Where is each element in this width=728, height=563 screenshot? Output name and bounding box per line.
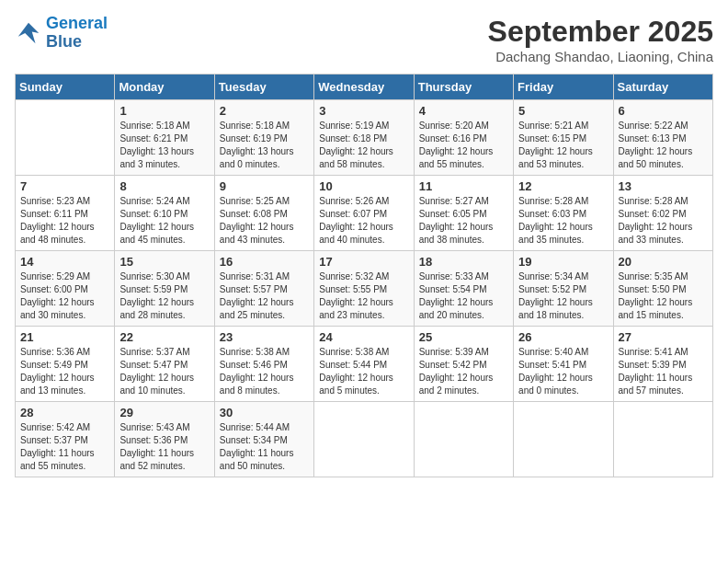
day-info: Sunrise: 5:22 AM Sunset: 6:13 PM Dayligh… (619, 120, 708, 171)
day-info: Sunrise: 5:20 AM Sunset: 6:16 PM Dayligh… (419, 120, 508, 171)
day-info: Sunrise: 5:42 AM Sunset: 5:37 PM Dayligh… (20, 421, 109, 473)
weekday-header-tuesday: Tuesday (214, 75, 313, 100)
day-info: Sunrise: 5:28 AM Sunset: 6:03 PM Dayligh… (518, 195, 608, 247)
day-info: Sunrise: 5:19 AM Sunset: 6:18 PM Dayligh… (319, 120, 408, 171)
day-info: Sunrise: 5:25 AM Sunset: 6:08 PM Dayligh… (220, 195, 309, 247)
day-info: Sunrise: 5:33 AM Sunset: 5:54 PM Dayligh… (419, 270, 508, 322)
day-number: 19 (518, 255, 608, 269)
calendar-cell: 13 Sunrise: 5:28 AM Sunset: 6:02 PM Dayl… (613, 176, 712, 251)
calendar-cell: 26 Sunrise: 5:40 AM Sunset: 5:41 PM Dayl… (514, 327, 613, 402)
day-info: Sunrise: 5:44 AM Sunset: 5:34 PM Dayligh… (220, 421, 309, 473)
day-info: Sunrise: 5:34 AM Sunset: 5:52 PM Dayligh… (518, 270, 608, 322)
weekday-header-monday: Monday (115, 75, 214, 100)
calendar-cell: 10 Sunrise: 5:26 AM Sunset: 6:07 PM Dayl… (314, 176, 414, 251)
day-info: Sunrise: 5:26 AM Sunset: 6:07 PM Dayligh… (319, 195, 408, 247)
calendar-cell (314, 402, 414, 477)
title-block: September 2025 Dachang Shandao, Liaoning… (488, 15, 713, 64)
day-number: 4 (419, 104, 508, 118)
day-info: Sunrise: 5:35 AM Sunset: 5:50 PM Dayligh… (619, 270, 708, 322)
calendar-cell: 27 Sunrise: 5:41 AM Sunset: 5:39 PM Dayl… (613, 327, 712, 402)
calendar-body: 1 Sunrise: 5:18 AM Sunset: 6:21 PM Dayli… (16, 100, 713, 477)
day-number: 17 (319, 255, 408, 269)
calendar-week-5: 28 Sunrise: 5:42 AM Sunset: 5:37 PM Dayl… (16, 402, 713, 477)
logo-blue: Blue (46, 33, 108, 52)
calendar-cell: 8 Sunrise: 5:24 AM Sunset: 6:10 PM Dayli… (115, 176, 214, 251)
weekday-header-saturday: Saturday (613, 75, 712, 100)
day-number: 5 (518, 104, 608, 118)
calendar-cell (414, 402, 513, 477)
day-number: 2 (220, 104, 309, 118)
day-number: 24 (319, 330, 408, 344)
svg-marker-0 (18, 23, 40, 44)
day-info: Sunrise: 5:40 AM Sunset: 5:41 PM Dayligh… (518, 346, 608, 397)
calendar-cell: 20 Sunrise: 5:35 AM Sunset: 5:50 PM Dayl… (613, 251, 712, 327)
weekday-header-friday: Friday (514, 75, 613, 100)
calendar-cell: 19 Sunrise: 5:34 AM Sunset: 5:52 PM Dayl… (514, 251, 613, 327)
day-number: 15 (119, 255, 209, 269)
calendar-cell: 15 Sunrise: 5:30 AM Sunset: 5:59 PM Dayl… (115, 251, 214, 327)
calendar-week-3: 14 Sunrise: 5:29 AM Sunset: 6:00 PM Dayl… (16, 251, 713, 327)
calendar-cell: 22 Sunrise: 5:37 AM Sunset: 5:47 PM Dayl… (115, 327, 214, 402)
day-number: 14 (20, 255, 109, 269)
day-info: Sunrise: 5:41 AM Sunset: 5:39 PM Dayligh… (619, 346, 708, 397)
logo: General Blue (15, 15, 108, 52)
calendar-cell (514, 402, 613, 477)
day-number: 28 (20, 406, 109, 419)
calendar-cell: 23 Sunrise: 5:38 AM Sunset: 5:46 PM Dayl… (214, 327, 313, 402)
day-number: 16 (220, 255, 309, 269)
calendar-cell: 14 Sunrise: 5:29 AM Sunset: 6:00 PM Dayl… (16, 251, 115, 327)
day-info: Sunrise: 5:24 AM Sunset: 6:10 PM Dayligh… (119, 195, 209, 247)
calendar-cell: 11 Sunrise: 5:27 AM Sunset: 6:05 PM Dayl… (414, 176, 513, 251)
day-number: 26 (518, 330, 608, 344)
day-number: 3 (319, 104, 408, 118)
calendar-cell: 12 Sunrise: 5:28 AM Sunset: 6:03 PM Dayl… (514, 176, 613, 251)
logo-text: General Blue (46, 15, 108, 52)
calendar-cell (613, 402, 712, 477)
day-number: 20 (619, 255, 708, 269)
calendar-cell: 6 Sunrise: 5:22 AM Sunset: 6:13 PM Dayli… (613, 100, 712, 176)
month-title: September 2025 (488, 15, 713, 49)
calendar-cell: 21 Sunrise: 5:36 AM Sunset: 5:49 PM Dayl… (16, 327, 115, 402)
calendar-cell: 1 Sunrise: 5:18 AM Sunset: 6:21 PM Dayli… (115, 100, 214, 176)
calendar-cell: 5 Sunrise: 5:21 AM Sunset: 6:15 PM Dayli… (514, 100, 613, 176)
calendar-cell: 7 Sunrise: 5:23 AM Sunset: 6:11 PM Dayli… (16, 176, 115, 251)
calendar-cell (16, 100, 115, 176)
day-number: 12 (518, 179, 608, 193)
calendar-cell: 18 Sunrise: 5:33 AM Sunset: 5:54 PM Dayl… (414, 251, 513, 327)
day-info: Sunrise: 5:30 AM Sunset: 5:59 PM Dayligh… (119, 270, 209, 322)
weekday-header-thursday: Thursday (414, 75, 513, 100)
day-number: 1 (119, 104, 209, 118)
day-info: Sunrise: 5:38 AM Sunset: 5:44 PM Dayligh… (319, 346, 408, 397)
weekday-header-sunday: Sunday (16, 75, 115, 100)
day-info: Sunrise: 5:18 AM Sunset: 6:21 PM Dayligh… (119, 120, 209, 171)
day-info: Sunrise: 5:43 AM Sunset: 5:36 PM Dayligh… (119, 421, 209, 473)
location: Dachang Shandao, Liaoning, China (488, 49, 713, 64)
page-header: General Blue September 2025 Dachang Shan… (15, 15, 713, 64)
calendar-cell: 16 Sunrise: 5:31 AM Sunset: 5:57 PM Dayl… (214, 251, 313, 327)
day-number: 30 (220, 406, 309, 419)
day-number: 18 (419, 255, 508, 269)
day-info: Sunrise: 5:21 AM Sunset: 6:15 PM Dayligh… (518, 120, 608, 171)
day-number: 13 (619, 179, 708, 193)
day-info: Sunrise: 5:29 AM Sunset: 6:00 PM Dayligh… (20, 270, 109, 322)
logo-general: General (46, 14, 108, 32)
day-number: 9 (220, 179, 309, 193)
day-number: 21 (20, 330, 109, 344)
calendar-cell: 28 Sunrise: 5:42 AM Sunset: 5:37 PM Dayl… (16, 402, 115, 477)
calendar-cell: 9 Sunrise: 5:25 AM Sunset: 6:08 PM Dayli… (214, 176, 313, 251)
day-number: 6 (619, 104, 708, 118)
day-info: Sunrise: 5:38 AM Sunset: 5:46 PM Dayligh… (220, 346, 309, 397)
day-info: Sunrise: 5:27 AM Sunset: 6:05 PM Dayligh… (419, 195, 508, 247)
day-info: Sunrise: 5:36 AM Sunset: 5:49 PM Dayligh… (20, 346, 109, 397)
day-number: 11 (419, 179, 508, 193)
day-number: 8 (119, 179, 209, 193)
calendar-header: SundayMondayTuesdayWednesdayThursdayFrid… (16, 75, 713, 100)
calendar-cell: 24 Sunrise: 5:38 AM Sunset: 5:44 PM Dayl… (314, 327, 414, 402)
day-info: Sunrise: 5:23 AM Sunset: 6:11 PM Dayligh… (20, 195, 109, 247)
day-number: 23 (220, 330, 309, 344)
calendar-cell: 29 Sunrise: 5:43 AM Sunset: 5:36 PM Dayl… (115, 402, 214, 477)
day-info: Sunrise: 5:18 AM Sunset: 6:19 PM Dayligh… (220, 120, 309, 171)
weekday-header-wednesday: Wednesday (314, 75, 414, 100)
calendar-week-2: 7 Sunrise: 5:23 AM Sunset: 6:11 PM Dayli… (16, 176, 713, 251)
day-info: Sunrise: 5:28 AM Sunset: 6:02 PM Dayligh… (619, 195, 708, 247)
